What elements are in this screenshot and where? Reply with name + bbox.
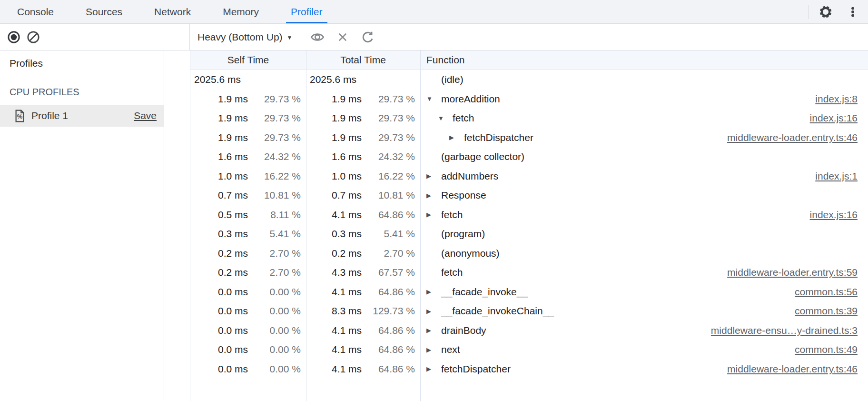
total-time-cell: 4.1 ms64.86 %: [306, 340, 420, 360]
total-time-percent: 24.32 %: [362, 151, 420, 162]
column-header-total-time[interactable]: Total Time: [306, 50, 420, 70]
grid-row[interactable]: 2025.6 ms2025.6 ms(idle): [190, 70, 868, 90]
grid-row[interactable]: 0.0 ms0.00 %4.1 ms64.86 %▶__facade_invok…: [190, 282, 868, 302]
total-time-cell: 0.3 ms5.41 %: [306, 224, 420, 244]
grid-row[interactable]: 0.5 ms8.11 %4.1 ms64.86 %▶fetchindex.js:…: [190, 205, 868, 225]
source-link[interactable]: common.ts:49: [795, 344, 858, 355]
total-time-cell: 4.1 ms64.86 %: [306, 321, 420, 341]
self-time-cell: 1.0 ms16.22 %: [190, 167, 306, 186]
sidebar-item-profile-1[interactable]: % Profile 1 Save: [0, 105, 164, 127]
source-link[interactable]: middleware-loader.entry.ts:46: [727, 363, 858, 375]
grid-row[interactable]: 1.9 ms29.73 %1.9 ms29.73 %▼fetchindex.js…: [190, 109, 868, 128]
self-time-ms: 0.0 ms: [190, 325, 248, 336]
expand-arrow-icon[interactable]: ▼: [426, 95, 441, 102]
grid-row[interactable]: 0.3 ms5.41 %0.3 ms5.41 %(program): [190, 224, 868, 244]
refresh-icon[interactable]: [361, 30, 375, 44]
self-time-ms: 0.2 ms: [190, 248, 248, 259]
grid-row[interactable]: 0.0 ms0.00 %4.1 ms64.86 %▶drainBodymiddl…: [190, 321, 868, 341]
settings-gear-icon[interactable]: [819, 5, 833, 19]
source-link[interactable]: index.js:1: [815, 170, 858, 182]
grid-row[interactable]: 1.9 ms29.73 %1.9 ms29.73 %▶fetchDispatch…: [190, 128, 868, 148]
source-link[interactable]: index.js:16: [810, 209, 858, 221]
close-icon[interactable]: [336, 30, 349, 44]
self-time-cell: 0.5 ms8.11 %: [190, 205, 306, 225]
tab-profiler[interactable]: Profiler: [286, 0, 327, 23]
function-name: (idle): [441, 74, 464, 85]
self-time-cell: 0.0 ms0.00 %: [190, 340, 306, 360]
total-time-cell: 2025.6 ms: [306, 70, 420, 90]
clear-icon[interactable]: [27, 30, 40, 44]
total-time-percent: 64.86 %: [362, 344, 420, 355]
self-time-cell: 1.6 ms24.32 %: [190, 147, 306, 167]
expand-arrow-icon[interactable]: ▶: [426, 172, 441, 180]
expand-arrow-icon[interactable]: ▶: [426, 327, 441, 334]
bottom-up-data-grid: Self Time Total Time Function 2025.6 ms2…: [190, 50, 868, 401]
total-time-percent: 29.73 %: [362, 93, 420, 105]
self-time-percent: 29.73 %: [248, 93, 306, 105]
function-cell: ▼moreAdditionindex.js:8: [420, 90, 868, 109]
source-link[interactable]: common.ts:39: [795, 305, 858, 317]
self-time-ms: 2025.6 ms: [190, 74, 248, 85]
save-profile-link[interactable]: Save: [134, 110, 157, 121]
function-cell: ▶nextcommon.ts:49: [420, 340, 868, 360]
self-time-percent: 0.00 %: [248, 344, 306, 355]
total-time-percent: 64.86 %: [362, 325, 420, 336]
view-selector-dropdown[interactable]: Heavy (Bottom Up) ▼: [197, 31, 292, 43]
column-header-function[interactable]: Function: [420, 50, 868, 70]
function-cell: ▶fetchindex.js:16: [420, 205, 868, 225]
grid-row[interactable]: 1.6 ms24.32 %1.6 ms24.32 %(garbage colle…: [190, 147, 868, 167]
devtools-tabbar: ConsoleSourcesNetworkMemoryProfiler: [0, 0, 868, 24]
tab-memory[interactable]: Memory: [218, 0, 264, 23]
source-link[interactable]: common.ts:56: [795, 286, 858, 298]
source-link[interactable]: middleware-ensu…y-drained.ts:3: [711, 325, 858, 336]
function-name: fetchDispatcher: [464, 132, 533, 143]
total-time-percent: 67.57 %: [362, 267, 420, 278]
expand-arrow-icon[interactable]: ▶: [426, 365, 441, 372]
expand-arrow-icon[interactable]: ▶: [426, 211, 441, 218]
total-time-cell: 1.6 ms24.32 %: [306, 147, 420, 167]
more-menu-icon[interactable]: [846, 5, 859, 19]
eye-icon[interactable]: [310, 30, 325, 44]
total-time-ms: 1.9 ms: [306, 93, 362, 105]
grid-row[interactable]: 0.0 ms0.00 %4.1 ms64.86 %▶nextcommon.ts:…: [190, 340, 868, 360]
expand-arrow-icon[interactable]: ▶: [426, 288, 441, 295]
total-time-ms: 0.7 ms: [306, 190, 362, 201]
grid-row[interactable]: 0.0 ms0.00 %4.1 ms64.86 %▶fetchDispatche…: [190, 360, 868, 379]
expand-arrow-icon[interactable]: ▶: [426, 308, 441, 315]
tab-sources[interactable]: Sources: [81, 0, 127, 23]
function-name: fetch: [441, 209, 463, 221]
grid-row[interactable]: 1.0 ms16.22 %1.0 ms16.22 %▶addNumbersind…: [190, 167, 868, 186]
tab-console[interactable]: Console: [12, 0, 59, 23]
grid-row[interactable]: 0.7 ms10.81 %0.7 ms10.81 %▶Response: [190, 186, 868, 205]
total-time-cell: 1.9 ms29.73 %: [306, 109, 420, 128]
total-time-cell: 8.3 ms129.73 %: [306, 301, 420, 321]
grid-row[interactable]: 0.0 ms0.00 %8.3 ms129.73 %▶__facade_invo…: [190, 301, 868, 321]
self-time-ms: 0.5 ms: [190, 209, 248, 221]
total-time-ms: 0.3 ms: [306, 228, 362, 240]
total-time-percent: 5.41 %: [362, 228, 420, 240]
tab-network[interactable]: Network: [149, 0, 196, 23]
function-cell: ▶Response: [420, 186, 868, 205]
expand-arrow-icon[interactable]: ▶: [449, 134, 464, 141]
record-icon[interactable]: [7, 30, 20, 44]
total-time-ms: 1.6 ms: [306, 151, 362, 162]
self-time-ms: 0.7 ms: [190, 190, 248, 201]
source-link[interactable]: middleware-loader.entry.ts:59: [727, 267, 858, 278]
source-link[interactable]: index.js:8: [815, 93, 858, 105]
total-time-percent: 10.81 %: [362, 190, 420, 201]
sidebar-gutter: [164, 50, 190, 401]
grid-row[interactable]: 0.2 ms2.70 %0.2 ms2.70 %(anonymous): [190, 244, 868, 263]
expand-arrow-icon[interactable]: ▼: [438, 115, 453, 122]
column-header-self-time[interactable]: Self Time: [190, 50, 306, 70]
source-link[interactable]: middleware-loader.entry.ts:46: [727, 132, 858, 143]
grid-row[interactable]: 0.2 ms2.70 %4.3 ms67.57 %fetchmiddleware…: [190, 263, 868, 282]
expand-arrow-icon[interactable]: ▶: [426, 192, 441, 199]
tabbar-right-controls: [809, 0, 868, 23]
expand-arrow-icon[interactable]: ▶: [426, 346, 441, 353]
total-time-ms: 1.9 ms: [306, 132, 362, 143]
grid-rows: 2025.6 ms2025.6 ms(idle)1.9 ms29.73 %1.9…: [190, 70, 868, 379]
source-link[interactable]: index.js:16: [810, 112, 858, 124]
grid-row[interactable]: 1.9 ms29.73 %1.9 ms29.73 %▼moreAdditioni…: [190, 90, 868, 109]
total-time-ms: 4.1 ms: [306, 286, 362, 298]
grid-header-row: Self Time Total Time Function: [190, 50, 868, 70]
